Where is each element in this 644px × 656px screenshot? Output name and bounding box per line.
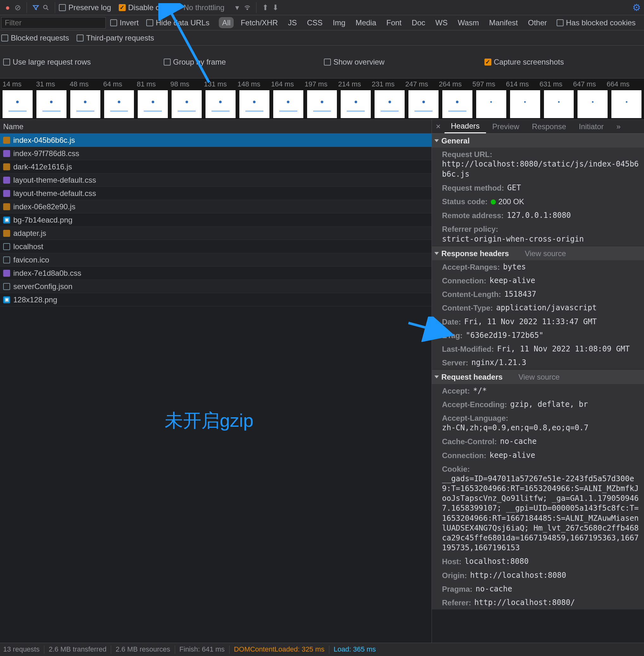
- view-source-link[interactable]: View source: [525, 249, 566, 258]
- screenshot-thumb[interactable]: [442, 90, 473, 118]
- time-tick: 247 ms: [405, 80, 439, 89]
- upload-icon[interactable]: ⬆: [260, 2, 270, 13]
- large-rows-checkbox[interactable]: [3, 58, 10, 66]
- tab-response[interactable]: Response: [526, 120, 572, 133]
- invert-checkbox[interactable]: [110, 19, 117, 26]
- type-chip-wasm[interactable]: Wasm: [455, 17, 482, 28]
- preserve-log-checkbox[interactable]: [59, 4, 66, 11]
- gear-icon[interactable]: ⚙: [631, 2, 642, 13]
- name-column-header[interactable]: Name: [0, 120, 432, 134]
- wifi-icon[interactable]: [242, 2, 252, 13]
- request-row[interactable]: layout-theme-default.css: [0, 173, 432, 187]
- screenshot-thumb[interactable]: [307, 90, 337, 118]
- chevron-down-icon[interactable]: ▾: [232, 2, 242, 13]
- screenshot-thumb[interactable]: [171, 90, 202, 118]
- request-row[interactable]: dark-412e1616.js: [0, 160, 432, 173]
- tab-preview[interactable]: Preview: [486, 120, 526, 133]
- request-row[interactable]: favicon.ico: [0, 253, 432, 266]
- request-name: index-7e1d8a0b.css: [13, 268, 82, 278]
- transferred-size: 2.6 MB transferred: [49, 645, 107, 654]
- request-row[interactable]: ▣bg-7b14eacd.png: [0, 213, 432, 227]
- screenshot-thumb[interactable]: [341, 90, 371, 118]
- type-chip-manifest[interactable]: Manifest: [486, 17, 521, 28]
- status-code-value: 200 OK: [491, 196, 524, 207]
- time-tick: 631 ms: [539, 80, 573, 89]
- capture-screenshots-checkbox[interactable]: [484, 58, 491, 66]
- screenshot-thumb[interactable]: [239, 90, 270, 118]
- request-row[interactable]: index-06e82e90.js: [0, 200, 432, 213]
- time-tick: 197 ms: [305, 80, 338, 89]
- screenshot-thumb[interactable]: [138, 90, 168, 118]
- group-frame-checkbox[interactable]: [164, 58, 171, 66]
- request-row[interactable]: localhost: [0, 240, 432, 253]
- type-chip-other[interactable]: Other: [525, 17, 550, 28]
- disable-cache-checkbox[interactable]: [119, 4, 126, 11]
- css-file-icon: [3, 270, 10, 277]
- screenshot-thumb[interactable]: [104, 90, 134, 118]
- screenshot-thumb[interactable]: [374, 90, 405, 118]
- blocked-requests-label: Blocked requests: [11, 33, 69, 43]
- screenshot-thumb[interactable]: [206, 90, 235, 118]
- detail-tabs: × Headers Preview Response Initiator »: [432, 120, 644, 134]
- request-row[interactable]: serverConfig.json: [0, 280, 432, 293]
- screenshot-thumb[interactable]: [2, 90, 32, 118]
- header-value: no-cache: [476, 584, 512, 594]
- screenshot-thumb[interactable]: [273, 90, 303, 118]
- blocked-cookies-checkbox[interactable]: [557, 19, 564, 26]
- type-chip-fetchxhr[interactable]: Fetch/XHR: [237, 17, 281, 28]
- section-response-toggle[interactable]: Response headersView source: [432, 247, 644, 260]
- section-general-toggle[interactable]: General: [432, 134, 644, 147]
- screenshot-thumb[interactable]: [37, 90, 67, 118]
- type-chip-doc[interactable]: Doc: [409, 17, 429, 28]
- more-tabs-icon[interactable]: »: [610, 120, 627, 133]
- screenshot-thumb[interactable]: [476, 90, 506, 118]
- show-overview-checkbox[interactable]: [324, 58, 331, 66]
- header-key: Cache-Control:: [442, 437, 497, 446]
- type-chip-css[interactable]: CSS: [304, 17, 326, 28]
- type-chip-font[interactable]: Font: [383, 17, 405, 28]
- request-name: layout-theme-default.css: [13, 175, 96, 185]
- request-method-key: Request method:: [442, 183, 504, 193]
- screenshot-thumb[interactable]: [577, 90, 607, 118]
- throttling-select[interactable]: No throttling: [183, 2, 224, 13]
- search-icon[interactable]: [41, 2, 51, 13]
- header-value: gzip, deflate, br: [510, 400, 588, 409]
- filter-input[interactable]: [1, 17, 106, 28]
- clear-icon[interactable]: ⊘: [13, 2, 23, 13]
- type-chip-img[interactable]: Img: [329, 17, 349, 28]
- time-tick: 214 ms: [338, 80, 372, 89]
- time-tick: 98 ms: [170, 80, 204, 89]
- request-row[interactable]: index-97f786d8.css: [0, 147, 432, 160]
- referrer-policy-key: Referrer policy:: [442, 224, 498, 234]
- screenshot-thumb[interactable]: [544, 90, 574, 118]
- screenshot-timeline[interactable]: 14 ms31 ms48 ms64 ms81 ms98 ms131 ms148 …: [0, 78, 644, 120]
- section-request-toggle[interactable]: Request headersView source: [432, 370, 644, 384]
- close-icon[interactable]: ×: [432, 120, 444, 133]
- third-party-checkbox[interactable]: [77, 34, 84, 42]
- screenshot-thumb[interactable]: [70, 90, 100, 118]
- type-chip-ws[interactable]: WS: [432, 17, 451, 28]
- screenshot-thumb[interactable]: [612, 90, 642, 118]
- screenshot-thumb[interactable]: [510, 90, 540, 118]
- request-row[interactable]: index-7e1d8a0b.css: [0, 266, 432, 280]
- request-row[interactable]: ▣128x128.png: [0, 293, 432, 306]
- css-file-icon: [3, 150, 10, 157]
- tab-headers[interactable]: Headers: [444, 120, 486, 133]
- filter-icon[interactable]: [31, 2, 41, 13]
- type-chip-all[interactable]: All: [219, 17, 234, 28]
- request-row[interactable]: index-045b6b6c.js: [0, 134, 432, 147]
- type-chip-js[interactable]: JS: [285, 17, 300, 28]
- request-row[interactable]: adapter.js: [0, 227, 432, 240]
- tab-initiator[interactable]: Initiator: [572, 120, 610, 133]
- hide-urls-checkbox[interactable]: [146, 19, 153, 26]
- request-name: bg-7b14eacd.png: [13, 215, 72, 225]
- blocked-requests-checkbox[interactable]: [1, 34, 8, 42]
- type-chip-media[interactable]: Media: [352, 17, 379, 28]
- screenshot-thumb[interactable]: [409, 90, 438, 118]
- request-row[interactable]: layout-theme-default.css: [0, 187, 432, 200]
- display-options: Use large request rows Group by frame Sh…: [0, 46, 644, 78]
- view-source-link[interactable]: View source: [518, 372, 559, 382]
- header-key: Server:: [442, 358, 468, 368]
- download-icon[interactable]: ⬇: [270, 2, 280, 13]
- record-icon[interactable]: ●: [2, 2, 13, 13]
